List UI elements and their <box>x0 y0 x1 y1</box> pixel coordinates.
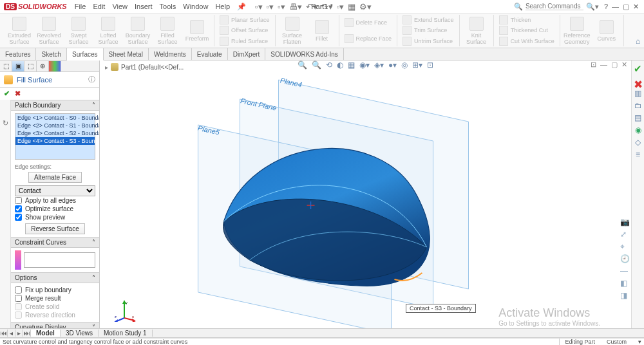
menu-tools[interactable]: Tools <box>160 3 176 11</box>
custom-icon[interactable]: ◇ <box>635 138 641 147</box>
btab-last[interactable]: ⏭ <box>23 330 31 337</box>
btab-next[interactable]: ▸ <box>15 330 23 337</box>
cb-fixup[interactable] <box>15 286 22 294</box>
contact-select[interactable]: Contact <box>15 185 95 196</box>
rib-surface-flatten: SurfaceFlatten <box>278 15 307 46</box>
menu-insert[interactable]: Insert <box>135 3 153 11</box>
pm-tab-tree[interactable]: ⬚ <box>0 61 12 71</box>
rib-delete-face: Delete Face <box>342 18 395 27</box>
view-pal-icon[interactable]: ▤ <box>634 113 641 122</box>
svg-text:z: z <box>115 315 117 319</box>
btab-model[interactable]: Model <box>31 330 61 337</box>
btab-prev[interactable]: ◂ <box>8 330 15 337</box>
cb-apply-all[interactable] <box>15 197 22 204</box>
tab-features[interactable]: Features <box>0 48 36 60</box>
status-custom: Custom <box>607 339 627 345</box>
collapse-icon[interactable]: ˄ <box>92 239 95 246</box>
hist-icon[interactable]: 🕘 <box>620 254 630 263</box>
scale-icon[interactable]: ⤢ <box>620 230 630 239</box>
tab-dimxpert[interactable]: DimXpert <box>228 48 266 60</box>
cancel-button[interactable]: ✖ <box>15 89 21 98</box>
camera-icon[interactable]: 📷 <box>620 218 630 227</box>
status-more-icon[interactable]: ▾ <box>638 339 641 345</box>
help-icon[interactable]: ? <box>604 3 608 11</box>
accept-button[interactable]: ✔ <box>4 89 10 98</box>
pm-tab-config[interactable]: ⬚ <box>24 61 37 71</box>
triad-icon: y x z <box>113 299 136 322</box>
bottom-tabs: ⏮ ◂ ▸ ⏭ Model 3D Views Motion Study 1 <box>0 328 644 338</box>
menu-edit[interactable]: Edit <box>93 3 105 11</box>
save-icon[interactable]: ▫▾ <box>278 2 285 12</box>
rib-knit-surface: KnitSurface <box>462 15 491 46</box>
tab-addins[interactable]: SOLIDWORKS Add-Ins <box>265 48 343 60</box>
open-icon[interactable]: ▫▾ <box>267 2 274 12</box>
accept-big-icon[interactable]: ✔ <box>634 63 642 75</box>
cb-optimize[interactable] <box>15 205 22 212</box>
search-icon: 🔍 <box>514 3 523 11</box>
fill-surface-icon <box>4 75 13 84</box>
print-icon[interactable]: 🖶▾ <box>289 2 302 12</box>
alternate-face-button[interactable]: Alternate Face <box>28 172 82 183</box>
edge-tooltip: Contact - S3 - Boundary <box>406 304 476 313</box>
search-dropdown-icon[interactable]: 🔍▾ <box>586 3 599 11</box>
tab-sheet-metal[interactable]: Sheet Metal <box>104 48 149 60</box>
sel-filter-icon[interactable]: ↻ <box>3 119 8 127</box>
new-icon[interactable]: ▫▾ <box>255 2 263 12</box>
divider-icon: — <box>620 266 630 275</box>
btab-first[interactable]: ⏮ <box>0 330 8 337</box>
pm-tab-propmgr[interactable]: ▣ <box>12 61 24 71</box>
pm-help-icon[interactable]: ⓘ <box>88 75 95 84</box>
close-icon[interactable]: ✕ <box>633 3 639 11</box>
cb-preview[interactable] <box>15 214 22 221</box>
reverse-surface-button[interactable]: Reverse Surface <box>25 223 84 234</box>
rib-boundary-surface: BoundarySurface <box>124 15 152 46</box>
menu-window[interactable]: Window <box>183 3 208 11</box>
cube-icon[interactable]: ◧ <box>620 279 630 288</box>
menu-help[interactable]: Help <box>215 3 230 11</box>
sect-opts-title: Options <box>15 274 37 281</box>
home-icon[interactable]: ⌂ <box>636 37 640 46</box>
svg-marker-10 <box>113 319 118 322</box>
edge-2[interactable]: Edge <2> Contact - S1 - Boundary <box>15 122 95 129</box>
graphics-viewport[interactable]: ▸Part1 (Default<<Def... 🔍 🔍 ⟲ ◐ ▦ ◉▾ ◈▾ … <box>100 61 631 339</box>
select-icon[interactable]: ▫▾ <box>337 2 345 12</box>
menu-file[interactable]: File <box>75 3 86 11</box>
rib-extend-surface: Extend Surface <box>400 15 457 24</box>
btab-3dviews[interactable]: 3D Views <box>61 330 99 337</box>
rebuild-icon[interactable]: ▦ <box>348 2 355 12</box>
cb-merge[interactable] <box>15 295 22 302</box>
appearances-icon[interactable]: ◉ <box>635 126 641 135</box>
ribbon: ExtrudedSurface RevolvedSurface SweptSur… <box>0 14 644 48</box>
lib-icon[interactable]: 🗀 <box>634 101 642 110</box>
forum-icon[interactable]: ≡ <box>636 150 640 159</box>
tab-sketch[interactable]: Sketch <box>36 48 67 60</box>
tab-evaluate[interactable]: Evaluate <box>192 48 228 60</box>
btab-motion[interactable]: Motion Study 1 <box>99 330 153 337</box>
rib-freeform: Freeform <box>183 15 211 46</box>
maximize-icon[interactable]: ▢ <box>623 3 629 11</box>
minimize-icon[interactable]: — <box>612 3 619 11</box>
pm-tab-appearance[interactable] <box>49 61 61 71</box>
collapse-icon[interactable]: ˄ <box>92 102 95 109</box>
edge-1[interactable]: Edge <1> Contact - S0 - Boundary <box>15 114 95 122</box>
edge-3[interactable]: Edge <3> Contact - S2 - Boundary <box>15 129 95 137</box>
resources-icon[interactable]: ▥ <box>634 89 641 98</box>
cc-icon <box>15 250 21 270</box>
patch-edge-list[interactable]: Edge <1> Contact - S0 - Boundary Edge <2… <box>15 113 95 160</box>
pin-icon[interactable]: 📌 <box>237 3 246 11</box>
edge-4[interactable]: Edge <4> Contact - S3 - Boundary <box>15 137 95 145</box>
rib-filled-surface: FilledSurface <box>153 15 182 46</box>
menu-view[interactable]: View <box>112 3 128 11</box>
pm-tab-dim[interactable]: ⊕ <box>37 61 49 71</box>
rib-reference-geometry: ReferenceGeometry <box>563 15 591 46</box>
search-input[interactable] <box>526 3 583 10</box>
app-logo: DSSOLIDWORKS <box>0 3 71 10</box>
constraint-curve-box[interactable] <box>24 252 95 268</box>
cursor-icon[interactable]: ⌖ <box>620 242 630 251</box>
tab-surfaces[interactable]: Surfaces <box>67 48 103 61</box>
cube2-icon[interactable]: ◨ <box>620 291 630 300</box>
options-icon[interactable]: ⚙▾ <box>359 2 372 12</box>
cb-reverse-dir <box>15 312 22 319</box>
tab-weldments[interactable]: Weldments <box>149 48 192 60</box>
collapse-icon[interactable]: ˄ <box>92 274 95 281</box>
